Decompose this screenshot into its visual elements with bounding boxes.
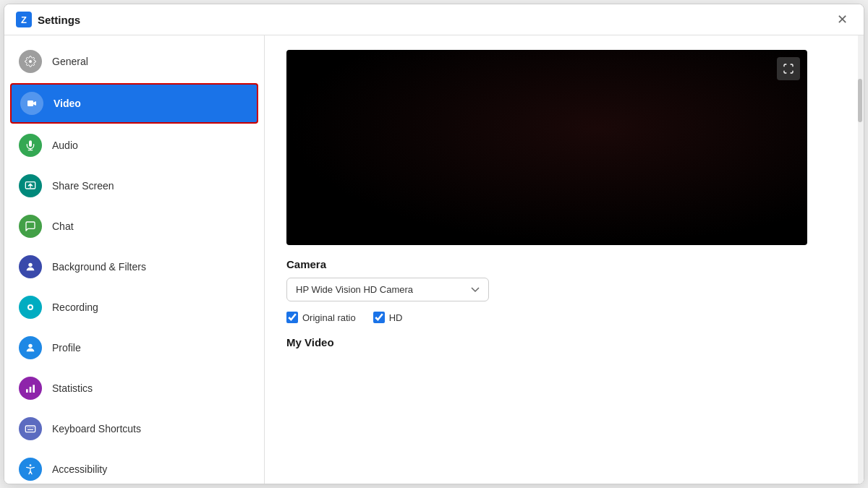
content-area: General Video Audio bbox=[4, 35, 864, 484]
sidebar-item-general[interactable]: General bbox=[4, 41, 264, 82]
scrollbar-track[interactable] bbox=[858, 35, 864, 484]
statistics-label: Statistics bbox=[52, 382, 93, 394]
svg-point-3 bbox=[28, 263, 32, 267]
sidebar-item-keyboard-shortcuts[interactable]: Keyboard Shortcuts bbox=[4, 408, 264, 449]
share-screen-icon bbox=[19, 174, 42, 197]
sidebar-item-chat[interactable]: Chat bbox=[4, 206, 264, 247]
sidebar-item-background-filters[interactable]: Background & Filters bbox=[4, 247, 264, 287]
general-icon bbox=[19, 50, 42, 73]
video-options-row: Original ratio HD bbox=[286, 312, 842, 323]
sidebar-item-profile[interactable]: Profile bbox=[4, 328, 264, 368]
hd-label[interactable]: HD bbox=[373, 312, 403, 323]
keyboard-shortcuts-label: Keyboard Shortcuts bbox=[52, 423, 141, 435]
sidebar-item-video[interactable]: Video bbox=[10, 83, 258, 124]
sidebar-item-audio[interactable]: Audio bbox=[4, 125, 264, 166]
camera-select[interactable]: HP Wide Vision HD Camera bbox=[286, 278, 489, 301]
title-bar: Z Settings ✕ bbox=[4, 4, 864, 35]
settings-window: Z Settings ✕ General bbox=[4, 4, 864, 484]
camera-dropdown-wrapper: HP Wide Vision HD Camera bbox=[286, 278, 842, 301]
svg-rect-8 bbox=[30, 387, 32, 393]
svg-rect-7 bbox=[26, 389, 28, 393]
camera-preview bbox=[286, 50, 807, 245]
svg-rect-9 bbox=[33, 385, 35, 393]
share-screen-label: Share Screen bbox=[52, 180, 114, 192]
camera-fullscreen-button[interactable] bbox=[777, 57, 800, 80]
audio-icon bbox=[19, 134, 42, 157]
profile-icon bbox=[19, 336, 42, 359]
accessibility-label: Accessibility bbox=[52, 463, 107, 475]
svg-rect-10 bbox=[25, 426, 35, 432]
profile-label: Profile bbox=[52, 342, 81, 354]
video-label: Video bbox=[54, 98, 81, 109]
camera-feed bbox=[286, 50, 807, 245]
svg-point-6 bbox=[28, 344, 32, 348]
sidebar-item-accessibility[interactable]: Accessibility bbox=[4, 449, 264, 484]
svg-point-11 bbox=[30, 464, 32, 466]
scrollbar-thumb[interactable] bbox=[858, 79, 862, 122]
sidebar-item-recording[interactable]: Recording bbox=[4, 287, 264, 328]
audio-label: Audio bbox=[52, 140, 78, 151]
original-ratio-label[interactable]: Original ratio bbox=[286, 312, 356, 323]
video-icon bbox=[20, 92, 43, 115]
close-button[interactable]: ✕ bbox=[833, 12, 852, 27]
camera-section-label: Camera bbox=[286, 258, 842, 270]
general-label: General bbox=[52, 56, 88, 67]
original-ratio-text: Original ratio bbox=[302, 312, 356, 323]
my-video-section-label: My Video bbox=[286, 336, 842, 348]
svg-point-5 bbox=[29, 306, 32, 309]
svg-text:Z: Z bbox=[21, 14, 27, 25]
recording-label: Recording bbox=[52, 301, 98, 313]
sidebar: General Video Audio bbox=[4, 35, 265, 484]
sidebar-item-share-screen[interactable]: Share Screen bbox=[4, 166, 264, 206]
original-ratio-checkbox[interactable] bbox=[286, 312, 298, 323]
title-bar-left: Z Settings bbox=[16, 12, 80, 27]
keyboard-shortcuts-icon bbox=[19, 417, 42, 440]
chat-icon bbox=[19, 215, 42, 238]
window-title: Settings bbox=[38, 14, 80, 26]
hd-text: HD bbox=[389, 312, 403, 323]
recording-icon bbox=[19, 296, 42, 319]
zoom-logo-icon: Z bbox=[16, 12, 32, 27]
hd-checkbox[interactable] bbox=[373, 312, 385, 323]
chat-label: Chat bbox=[52, 221, 74, 232]
main-panel: Camera HP Wide Vision HD Camera Original… bbox=[265, 35, 864, 484]
background-filters-icon bbox=[19, 255, 42, 278]
statistics-icon bbox=[19, 377, 42, 400]
background-filters-label: Background & Filters bbox=[52, 261, 146, 273]
accessibility-icon bbox=[19, 458, 42, 481]
sidebar-item-statistics[interactable]: Statistics bbox=[4, 368, 264, 408]
